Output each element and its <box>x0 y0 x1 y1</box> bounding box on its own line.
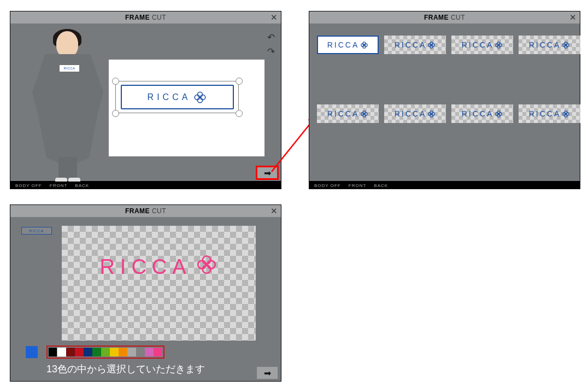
palette-swatch[interactable] <box>127 348 136 356</box>
svg-point-11 <box>430 45 433 48</box>
ricca-logo-mini: RICCA <box>327 40 369 49</box>
undo-icon[interactable]: ↶ <box>264 31 278 43</box>
toolbar-front[interactable]: FRONT <box>349 183 367 188</box>
toolbar-body-off[interactable]: BODY OFF <box>15 183 42 188</box>
crop-handle-br[interactable] <box>236 110 243 117</box>
avatar-mannequin: RICCA <box>32 31 103 184</box>
ricca-logo-mini: RICCA <box>327 109 369 118</box>
palette-swatch[interactable] <box>75 348 84 356</box>
next-arrow-button[interactable]: ➡ <box>257 367 278 379</box>
svg-point-38 <box>207 260 215 268</box>
thumb-item[interactable]: RICCA <box>317 36 379 54</box>
svg-point-19 <box>565 45 567 48</box>
palette-swatch[interactable] <box>84 348 92 356</box>
palette-swatch[interactable] <box>136 348 145 356</box>
view-toolbar: BODY OFF FRONT BACK <box>10 182 281 189</box>
palette-swatch[interactable] <box>110 348 119 356</box>
svg-point-22 <box>364 112 367 115</box>
ricca-logo-colored: RICCA <box>99 253 217 281</box>
ricca-logo-mini: RICCA <box>529 40 571 49</box>
svg-point-10 <box>432 43 434 46</box>
close-icon[interactable]: ✕ <box>569 13 577 22</box>
ricca-logo-mini: RICCA <box>395 40 436 49</box>
rosette-icon <box>195 253 218 281</box>
thumb-row-1: RICCARICCARICCARICCA <box>317 36 580 54</box>
thumb-item[interactable]: RICCA <box>317 104 379 123</box>
crop-handle-tl[interactable] <box>112 78 119 85</box>
svg-point-2 <box>198 97 203 102</box>
panel-titlebar: FRAME CUT ✕ <box>10 205 281 217</box>
svg-point-3 <box>195 95 200 100</box>
palette-swatch[interactable] <box>49 348 57 356</box>
frame-cut-panel-color: FRAME CUT ✕ RICCA RICCA 13色の中から選択していただきま… <box>10 204 281 382</box>
svg-point-20 <box>563 43 566 46</box>
palette-swatch[interactable] <box>92 348 101 356</box>
svg-point-30 <box>499 112 502 115</box>
panel-titlebar: FRAME CUT ✕ <box>309 11 580 24</box>
thumb-row-2: RICCARICCARICCARICCA <box>317 104 580 123</box>
palette-swatch[interactable] <box>57 348 66 356</box>
svg-point-1 <box>201 95 205 100</box>
svg-point-18 <box>566 43 569 46</box>
palette-swatch[interactable] <box>66 348 75 356</box>
svg-point-8 <box>361 43 364 46</box>
thumb-item[interactable]: RICCA <box>451 36 513 54</box>
next-arrow-button[interactable]: ➡ <box>257 167 278 179</box>
thumb-item[interactable]: RICCA <box>519 104 580 123</box>
svg-point-27 <box>430 114 433 116</box>
thumb-item[interactable]: RICCA <box>451 104 513 123</box>
svg-point-7 <box>363 45 366 48</box>
svg-point-34 <box>566 112 569 115</box>
toolbar-back[interactable]: BACK <box>75 183 89 188</box>
svg-point-36 <box>563 112 566 115</box>
mini-preview[interactable]: RICCA <box>21 227 52 235</box>
ricca-logo: RICCA <box>148 90 208 104</box>
close-icon[interactable]: ✕ <box>271 206 278 216</box>
redo-icon[interactable]: ↷ <box>264 45 278 57</box>
close-icon[interactable]: ✕ <box>271 13 278 22</box>
svg-point-15 <box>497 45 500 48</box>
svg-point-0 <box>198 92 203 97</box>
thumb-item[interactable]: RICCA <box>384 36 446 54</box>
rosette-icon <box>193 90 207 104</box>
palette-caption: 13色の中から選択していただきます <box>46 362 205 376</box>
svg-point-12 <box>428 43 431 46</box>
color-palette <box>48 347 163 358</box>
svg-point-16 <box>496 43 498 46</box>
svg-point-31 <box>497 114 500 116</box>
palette-swatch[interactable] <box>119 348 127 356</box>
svg-point-26 <box>432 112 434 115</box>
palette-swatch[interactable] <box>154 348 162 356</box>
svg-point-6 <box>364 43 367 46</box>
logo-bounding-box[interactable]: RICCA <box>121 85 234 109</box>
toolbar-front[interactable]: FRONT <box>50 183 68 188</box>
svg-point-9 <box>430 42 433 44</box>
svg-point-14 <box>499 43 502 46</box>
svg-point-32 <box>496 112 498 115</box>
ricca-logo-mini: RICCA <box>395 109 436 118</box>
thumb-item[interactable]: RICCA <box>384 104 446 123</box>
crop-handle-bl[interactable] <box>112 110 119 117</box>
thumb-item[interactable]: RICCA <box>519 36 580 54</box>
toolbar-back[interactable]: BACK <box>374 183 388 188</box>
palette-swatch[interactable] <box>145 348 154 356</box>
crop-handle-tr[interactable] <box>236 78 243 85</box>
avatar-tag: RICCA <box>60 65 79 72</box>
svg-point-29 <box>497 110 500 113</box>
ricca-logo-mini: RICCA <box>529 109 571 118</box>
svg-point-28 <box>428 112 431 115</box>
svg-point-33 <box>565 110 567 113</box>
svg-point-37 <box>202 256 210 264</box>
panel-title: FRAME CUT <box>125 14 166 21</box>
svg-point-21 <box>363 110 366 113</box>
svg-point-39 <box>202 265 210 273</box>
svg-point-35 <box>565 114 567 116</box>
color-canvas[interactable]: RICCA <box>62 226 256 341</box>
svg-point-25 <box>430 110 433 113</box>
svg-point-17 <box>565 42 567 44</box>
toolbar-body-off[interactable]: BODY OFF <box>314 183 341 188</box>
palette-swatch[interactable] <box>101 348 110 356</box>
panel-title: FRAME CUT <box>125 207 166 215</box>
current-color-swatch <box>26 346 38 358</box>
frame-cut-panel-edit: FRAME CUT ✕ RICCA RICCA ↶ ↷ ➡ <box>10 11 281 182</box>
